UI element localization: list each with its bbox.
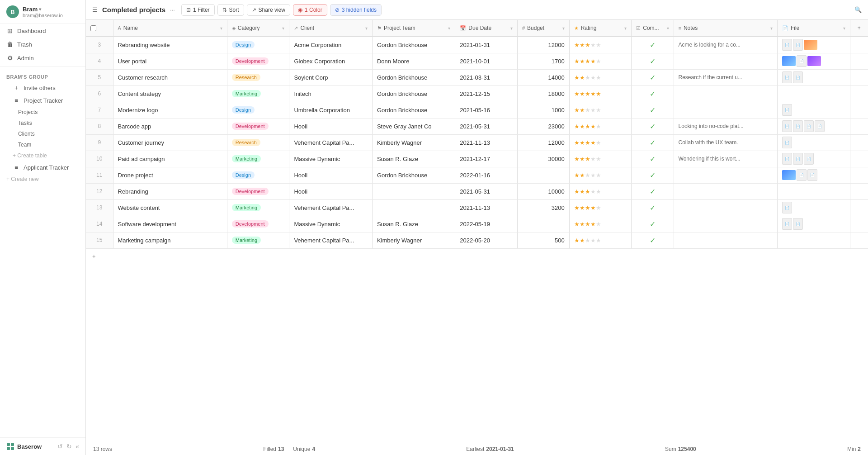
- notes-cell[interactable]: Research if the current u...: [674, 69, 777, 85]
- category-cell[interactable]: Design: [227, 167, 289, 183]
- completed-cell[interactable]: ✓: [632, 118, 674, 134]
- budget-cell[interactable]: 30000: [517, 151, 569, 167]
- notes-cell[interactable]: [674, 53, 777, 69]
- completed-cell[interactable]: ✓: [632, 199, 674, 216]
- file-cell[interactable]: 📄📄📄📄: [777, 118, 850, 134]
- completed-cell[interactable]: ✓: [632, 151, 674, 167]
- completed-cell[interactable]: ✓: [632, 183, 674, 199]
- notes-cell[interactable]: [674, 199, 777, 216]
- sidebar-sub-tasks[interactable]: Tasks: [0, 118, 85, 128]
- client-cell[interactable]: Umbrella Corporation: [289, 102, 372, 118]
- client-cell[interactable]: Vehement Capital Pa...: [289, 232, 372, 248]
- client-cell[interactable]: Massive Dynamic: [289, 151, 372, 167]
- notes-cell[interactable]: Acme is looking for a co...: [674, 37, 777, 53]
- due-date-cell[interactable]: 2021-12-15: [455, 85, 518, 102]
- name-cell[interactable]: Customer research: [113, 69, 227, 85]
- th-completed[interactable]: ☑ Com... ▾: [632, 20, 674, 37]
- file-cell[interactable]: 📄📄📄: [777, 151, 850, 167]
- sidebar-item-admin[interactable]: ⚙ Admin: [0, 51, 85, 65]
- sidebar-item-applicant-tracker[interactable]: ≡ Applicant Tracker: [0, 161, 85, 174]
- category-cell[interactable]: Development: [227, 53, 289, 69]
- due-date-cell[interactable]: 2021-11-13: [455, 134, 518, 151]
- budget-cell[interactable]: 18000: [517, 85, 569, 102]
- file-cell[interactable]: 📄: [777, 53, 850, 69]
- name-cell[interactable]: Modernize logo: [113, 102, 227, 118]
- rating-cell[interactable]: ★★★★★: [569, 85, 632, 102]
- file-cell[interactable]: [777, 232, 850, 248]
- client-cell[interactable]: Hooli: [289, 167, 372, 183]
- file-cell[interactable]: 📄📄: [777, 167, 850, 183]
- category-cell[interactable]: Development: [227, 183, 289, 199]
- rating-cell[interactable]: ★★★★★: [569, 69, 632, 85]
- name-cell[interactable]: Marketing campaign: [113, 232, 227, 248]
- category-cell[interactable]: Design: [227, 37, 289, 53]
- sidebar-item-trash[interactable]: 🗑 Trash: [0, 38, 85, 51]
- th-file[interactable]: 📄 File ▾: [777, 20, 850, 37]
- rating-cell[interactable]: ★★★★★: [569, 199, 632, 216]
- redo-button[interactable]: ↻: [66, 443, 72, 450]
- project-team-cell[interactable]: Donn Moore: [372, 53, 455, 69]
- th-name[interactable]: A Name ▾: [113, 20, 227, 37]
- notes-cell[interactable]: [674, 85, 777, 102]
- budget-cell[interactable]: 10000: [517, 183, 569, 199]
- add-row-button[interactable]: +: [86, 249, 868, 263]
- client-cell[interactable]: Massive Dynamic: [289, 216, 372, 232]
- file-cell[interactable]: 📄: [777, 102, 850, 118]
- client-cell[interactable]: Soylent Corp: [289, 69, 372, 85]
- completed-cell[interactable]: ✓: [632, 232, 674, 248]
- due-date-cell[interactable]: 2022-05-19: [455, 216, 518, 232]
- project-team-cell[interactable]: Steve Gray Janet Co: [372, 118, 455, 134]
- notes-cell[interactable]: [674, 216, 777, 232]
- completed-cell[interactable]: ✓: [632, 216, 674, 232]
- budget-cell[interactable]: [517, 167, 569, 183]
- rating-cell[interactable]: ★★★★★: [569, 37, 632, 53]
- project-team-cell[interactable]: Gordon Brickhouse: [372, 102, 455, 118]
- more-options-button[interactable]: ···: [170, 6, 175, 13]
- completed-cell[interactable]: ✓: [632, 167, 674, 183]
- budget-cell[interactable]: 3200: [517, 199, 569, 216]
- project-team-cell[interactable]: Gordon Brickhouse: [372, 37, 455, 53]
- project-team-cell[interactable]: [372, 183, 455, 199]
- budget-cell[interactable]: 500: [517, 232, 569, 248]
- rating-cell[interactable]: ★★★★★: [569, 53, 632, 69]
- filter-button[interactable]: ⊟ 1 Filter: [181, 4, 215, 16]
- user-profile[interactable]: B Bram ▾ bram@baserow.io: [0, 0, 85, 24]
- completed-cell[interactable]: ✓: [632, 69, 674, 85]
- name-cell[interactable]: Paid ad campaign: [113, 151, 227, 167]
- project-team-cell[interactable]: Susan R. Glaze: [372, 151, 455, 167]
- rating-cell[interactable]: ★★★★★: [569, 102, 632, 118]
- budget-cell[interactable]: 12000: [517, 37, 569, 53]
- th-due-date[interactable]: 📅 Due Date ▾: [455, 20, 518, 37]
- notes-cell[interactable]: Wondering if this is wort...: [674, 151, 777, 167]
- notes-cell[interactable]: [674, 232, 777, 248]
- client-cell[interactable]: Acme Corporation: [289, 37, 372, 53]
- sidebar-sub-projects[interactable]: Projects: [0, 107, 85, 118]
- sidebar-item-invite[interactable]: + Invite others: [0, 81, 85, 94]
- due-date-cell[interactable]: 2022-01-16: [455, 167, 518, 183]
- client-cell[interactable]: Hooli: [289, 118, 372, 134]
- category-cell[interactable]: Marketing: [227, 199, 289, 216]
- sidebar-item-project-tracker[interactable]: ≡ Project Tracker: [0, 94, 85, 107]
- due-date-cell[interactable]: 2021-05-16: [455, 102, 518, 118]
- project-team-cell[interactable]: Gordon Brickhouse: [372, 69, 455, 85]
- notes-cell[interactable]: [674, 102, 777, 118]
- client-cell[interactable]: Globex Corporation: [289, 53, 372, 69]
- th-notes[interactable]: ≡ Notes ▾: [674, 20, 777, 37]
- due-date-cell[interactable]: 2022-05-20: [455, 232, 518, 248]
- file-cell[interactable]: 📄: [777, 199, 850, 216]
- file-cell[interactable]: [777, 183, 850, 199]
- share-view-button[interactable]: ↗ Share view: [247, 4, 290, 16]
- notes-cell[interactable]: [674, 183, 777, 199]
- project-team-cell[interactable]: Kimberly Wagner: [372, 134, 455, 151]
- color-button[interactable]: ◉ 1 Color: [293, 4, 327, 16]
- rating-cell[interactable]: ★★★★★: [569, 118, 632, 134]
- category-cell[interactable]: Research: [227, 134, 289, 151]
- name-cell[interactable]: Content strategy: [113, 85, 227, 102]
- file-cell[interactable]: 📄📄: [777, 37, 850, 53]
- create-table-button[interactable]: + Create table: [0, 150, 85, 161]
- file-cell[interactable]: [777, 85, 850, 102]
- client-cell[interactable]: Vehement Capital Pa...: [289, 134, 372, 151]
- sort-button[interactable]: ⇅ Sort: [217, 4, 244, 16]
- client-cell[interactable]: Initech: [289, 85, 372, 102]
- name-cell[interactable]: Barcode app: [113, 118, 227, 134]
